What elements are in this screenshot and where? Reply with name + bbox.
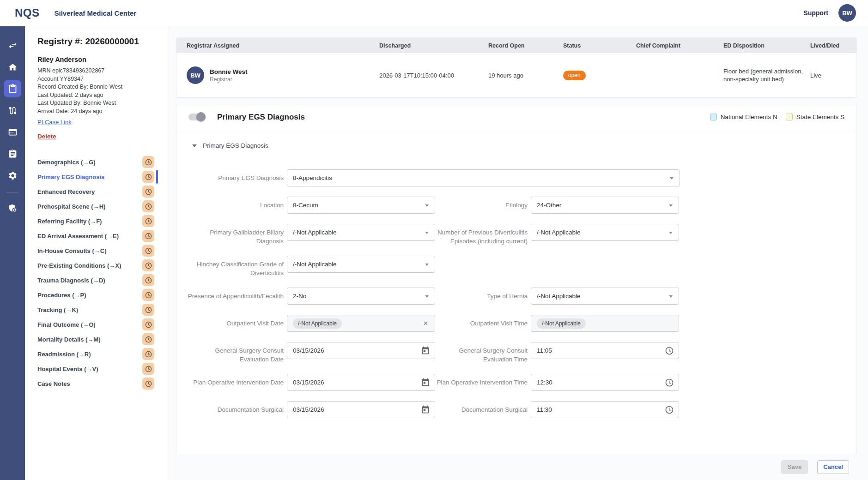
save-button[interactable]: Save	[781, 460, 808, 474]
sidebar-item-label: Procedures (→P)	[37, 292, 86, 299]
field-type-of-hernia-select[interactable]: /-Not Applicable	[531, 288, 679, 305]
sidebar-item-label: Hospital Events (→V)	[37, 366, 98, 372]
field-value: /-Not Applicable	[293, 261, 337, 268]
clock-icon	[145, 321, 152, 329]
rail-item-table[interactable]	[4, 123, 21, 141]
field-primary-gallbladder-biliary-diagnosis-select[interactable]: /-Not Applicable	[287, 224, 435, 241]
settings-icon	[8, 171, 18, 180]
rail-item-home[interactable]	[4, 58, 21, 76]
sidebar-item-ed-arrival-assessment-e[interactable]: ED Arrival Assessment (→E)	[37, 228, 169, 243]
section-nav: Demographics (→G)Primary EGS DiagnosisEn…	[37, 155, 169, 391]
field-value: 03/15/2026	[293, 347, 324, 354]
lived-died-value: Live	[810, 72, 852, 79]
field-value: 12:30	[537, 379, 552, 386]
sidebar-item-readmission-r[interactable]: Readmission (→R)	[37, 347, 169, 361]
subsection-collapse-header[interactable]: Primary EGS Diagnosis	[192, 142, 856, 149]
field-value: /-Not Applicable	[537, 293, 581, 300]
sidebar-item-final-outcome-o[interactable]: Final Outcome (→O)	[37, 317, 169, 332]
app-logo: NQS	[15, 6, 40, 19]
sidebar-item-primary-egs-diagnosis[interactable]: Primary EGS Diagnosis	[37, 169, 169, 184]
patient-detail-line: Last Updated: 2 days ago	[37, 91, 169, 100]
clear-icon[interactable]: ✕	[423, 320, 428, 327]
sidebar-item-procedures-p[interactable]: Procedures (→P)	[37, 288, 169, 302]
field-label-general-surgery-consult-evaluation-date: General Surgery Consult Evaluation Date	[188, 342, 284, 364]
pending-clock-badge	[142, 348, 154, 360]
section-title: Primary EGS Diagnosis	[217, 113, 305, 122]
pending-clock-badge	[142, 171, 154, 183]
sidebar-item-in-house-consults-c[interactable]: In-House Consults (→C)	[37, 243, 169, 258]
sidebar-item-demographics-g[interactable]: Demographics (→G)	[37, 155, 169, 169]
rail-item-swap-horizontal[interactable]	[4, 36, 21, 54]
chevron-down-icon	[192, 144, 197, 147]
sidebar-item-referring-facility-f[interactable]: Referring Facility (→F)	[37, 214, 169, 228]
column-header-record-open: Record Open	[488, 42, 563, 49]
field-number-of-previous-diverticulitis-episodes-including-current-select[interactable]: /-Not Applicable	[531, 224, 679, 241]
pending-clock-badge	[142, 215, 154, 227]
cancel-button[interactable]: Cancel	[817, 460, 849, 474]
field-label-type-of-hernia: Type of Hernia	[435, 288, 528, 300]
subsection-title: Primary EGS Diagnosis	[203, 142, 268, 149]
sidebar-item-mortality-details-m[interactable]: Mortality Details (→M)	[37, 332, 169, 347]
field-label-outpatient-visit-date: Outpatient Visit Date	[188, 315, 284, 328]
top-header: NQS Silverleaf Medical Center Support BW	[0, 0, 868, 26]
field-etiology-select[interactable]: 24-Other	[531, 197, 679, 214]
dropdown-caret-icon	[669, 295, 673, 298]
form-row: Documentation Surgical03/15/2026Document…	[188, 401, 856, 418]
field-value: /-Not Applicable	[293, 229, 337, 236]
sidebar-item-case-notes[interactable]: Case Notes	[37, 376, 169, 391]
support-link[interactable]: Support	[803, 9, 828, 17]
sidebar-item-label: Final Outcome (→O)	[37, 321, 96, 328]
field-label-documentation-surgical: Documentation Surgical	[188, 401, 284, 414]
active-item-indicator	[156, 170, 158, 184]
sidebar-item-hospital-events-v[interactable]: Hospital Events (→V)	[37, 361, 169, 376]
field-presence-of-appendicolith-fecalith-select[interactable]: 2-No	[287, 288, 435, 305]
field-plan-operative-intervention-date-date[interactable]: 03/15/2026	[287, 374, 435, 391]
sidebar-item-pre-existing-conditions-x[interactable]: Pre-Existing Conditions (→X)	[37, 258, 169, 273]
legend-label: National Elements N	[721, 114, 777, 120]
rail-item-task-list[interactable]	[4, 145, 21, 162]
clock-icon	[145, 350, 152, 358]
record-table-row[interactable]: BW Bonnie West Registrar 2026-03-17T10:1…	[176, 53, 856, 97]
sidebar-item-tracking-k[interactable]: Tracking (→K)	[37, 302, 169, 317]
sidebar-item-enhanced-recovery[interactable]: Enhanced Recovery	[37, 184, 169, 199]
field-outpatient-visit-time-chip[interactable]: /-Not Applicable	[531, 315, 679, 332]
rail-item-route[interactable]	[4, 102, 21, 119]
icon-rail	[0, 26, 25, 480]
field-label-documentation-surgical: Documentation Surgical	[435, 401, 528, 414]
sidebar-item-prehospital-scene-h[interactable]: Prehospital Scene (→H)	[37, 199, 169, 214]
field-location-select[interactable]: 8-Cecum	[287, 197, 435, 214]
field-general-surgery-consult-evaluation-date-date[interactable]: 03/15/2026	[287, 342, 435, 359]
field-documentation-surgical-date[interactable]: 03/15/2026	[287, 401, 435, 418]
sidebar-item-label: Readmission (→R)	[37, 351, 91, 358]
field-value: 24-Other	[537, 202, 561, 209]
field-plan-operative-intervention-time-time[interactable]: 12:30	[531, 374, 679, 391]
ed-disposition-value: Floor bed (general admission, non-specia…	[723, 67, 810, 83]
delete-link[interactable]: Delete	[37, 133, 56, 140]
patient-panel: Registry #: 20260000001 Riley Anderson M…	[25, 26, 169, 480]
dropdown-caret-icon	[425, 264, 429, 266]
field-general-surgery-consult-evaluation-time-time[interactable]: 11:05	[531, 342, 679, 359]
rail-item-settings[interactable]	[4, 167, 21, 184]
field-value: 11:30	[537, 406, 552, 413]
pending-clock-badge	[142, 289, 154, 301]
sidebar-item-trauma-diagnosis-d[interactable]: Trauma Diagnosis (→D)	[37, 273, 169, 288]
pending-clock-badge	[142, 230, 154, 242]
pending-clock-badge	[142, 378, 154, 390]
user-avatar[interactable]: BW	[838, 4, 856, 22]
clock-icon	[145, 306, 152, 314]
rail-item-admin-shield[interactable]	[4, 199, 21, 216]
field-value: /-Not Applicable	[537, 229, 581, 236]
field-documentation-surgical-time[interactable]: 11:30	[531, 401, 679, 418]
section-toggle[interactable]	[188, 114, 205, 120]
rail-item-clipboard[interactable]	[4, 80, 21, 97]
clock-icon	[145, 380, 152, 388]
pending-clock-badge	[142, 363, 154, 375]
field-primary-egs-diagnosis-select[interactable]: 8-Appendicitis	[287, 169, 680, 186]
pi-case-link[interactable]: PI Case Link	[37, 119, 72, 126]
toggle-knob	[196, 112, 206, 121]
field-hinchey-classification-grade-of-diverticulitis-select[interactable]: /-Not Applicable	[287, 256, 435, 273]
field-outpatient-visit-date-chip[interactable]: /-Not Applicable✕	[287, 315, 435, 332]
sidebar-item-label: Case Notes	[37, 380, 70, 387]
field-value: 03/15/2026	[293, 379, 324, 386]
form-row: General Surgery Consult Evaluation Date0…	[188, 342, 856, 364]
